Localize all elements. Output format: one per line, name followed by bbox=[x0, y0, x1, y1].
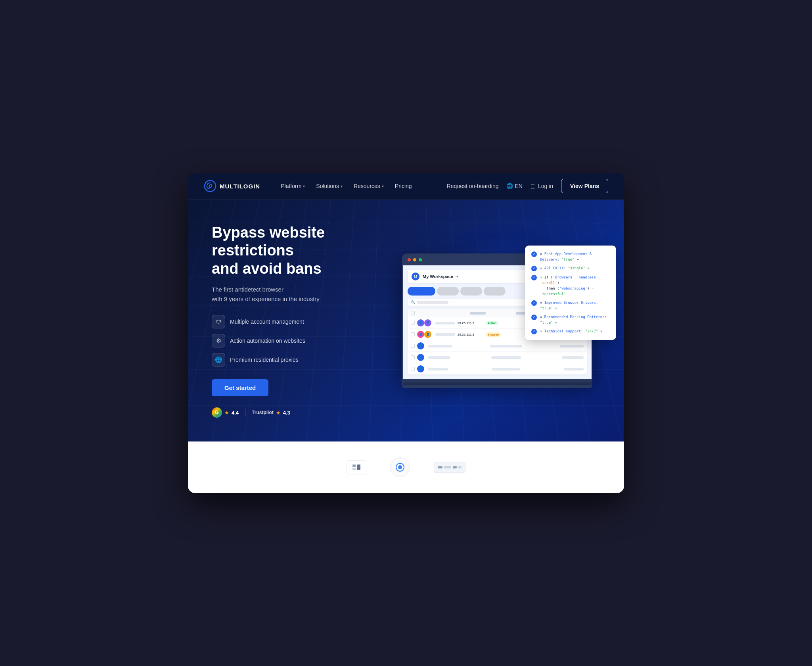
logo[interactable]: MULTILOGIN bbox=[204, 180, 260, 192]
row3-bar2 bbox=[560, 345, 584, 347]
gear-icon: ⚙ bbox=[212, 334, 225, 347]
g2-score: 4.4 bbox=[232, 410, 239, 416]
floating-card: ✓ » Fast App Development & Delivery: "tr… bbox=[525, 246, 616, 340]
hero-section: Bypass website restrictions and avoid ba… bbox=[188, 200, 624, 442]
row4-check[interactable] bbox=[411, 355, 415, 359]
tab-active[interactable] bbox=[408, 287, 435, 296]
nav-platform[interactable]: Platform ▾ bbox=[276, 180, 310, 192]
dot-green bbox=[419, 258, 422, 261]
row5-avatar: 👤 bbox=[417, 365, 424, 372]
row2-status-badge: Stopped bbox=[486, 332, 501, 337]
row1-check[interactable] bbox=[411, 321, 415, 325]
header-check[interactable] bbox=[411, 311, 415, 315]
hero-right: ✓ » Fast App Development & Delivery: "tr… bbox=[386, 253, 608, 388]
nav-links: Platform ▾ Solutions ▾ Resources ▾ Prici… bbox=[276, 180, 447, 192]
hero-subtext: The first antidetect browser with 9 year… bbox=[212, 285, 386, 304]
partner-3 bbox=[434, 462, 465, 473]
row2-name bbox=[435, 333, 455, 336]
row5-check[interactable] bbox=[411, 367, 415, 371]
partner-icon-2 bbox=[390, 457, 410, 477]
check-icon-2: ✓ bbox=[531, 266, 537, 271]
tab-4[interactable] bbox=[484, 287, 506, 296]
nav-pricing[interactable]: Pricing bbox=[390, 180, 417, 192]
laptop-base bbox=[402, 380, 592, 386]
nav-right: Request on-boarding 🌐 EN ⬚ Log in View P… bbox=[447, 179, 608, 193]
row3-name bbox=[428, 345, 452, 347]
row2-check[interactable] bbox=[411, 332, 415, 336]
svg-rect-1 bbox=[352, 464, 356, 467]
tab-3[interactable] bbox=[460, 287, 482, 296]
search-icon: 🔍 bbox=[411, 300, 415, 304]
svg-rect-8 bbox=[453, 466, 457, 468]
card-row-5: ✓ » Recommended Masking Patterns: "true"… bbox=[531, 314, 610, 325]
hero-left: Bypass website restrictions and avoid ba… bbox=[212, 224, 386, 418]
platform-chevron-icon: ▾ bbox=[303, 184, 305, 188]
feature-list: 🛡 Multiple account management ⚙ Action a… bbox=[212, 315, 386, 367]
svg-point-0 bbox=[205, 180, 216, 192]
row4-bar2 bbox=[562, 356, 584, 359]
logo-icon bbox=[204, 180, 216, 192]
row1-status-badge: Active bbox=[486, 321, 498, 325]
logo-text: MULTILOGIN bbox=[220, 183, 260, 190]
svg-rect-2 bbox=[352, 468, 356, 470]
view-plans-button[interactable]: View Plans bbox=[561, 179, 608, 193]
row3-bar bbox=[490, 345, 522, 347]
table-row: 👤 bbox=[408, 363, 587, 374]
check-icon-3: ✓ bbox=[531, 275, 537, 280]
feature-multiple-accounts: 🛡 Multiple account management bbox=[212, 315, 386, 328]
trustpilot-label: Trustpilot bbox=[252, 410, 274, 415]
partner-icon-1 bbox=[347, 460, 366, 474]
check-icon-5: ✓ bbox=[531, 315, 537, 320]
row3-check[interactable] bbox=[411, 344, 415, 348]
tab-2[interactable] bbox=[437, 287, 459, 296]
card-row-4: ✓ » Improved Browser Drivers: "true" » bbox=[531, 300, 610, 311]
trustpilot-rating: Trustpilot ★ 4.3 bbox=[252, 410, 290, 416]
row1-avatar2: 👤 bbox=[424, 319, 431, 326]
login-icon: ⬚ bbox=[530, 183, 536, 189]
card-row-6: ✓ » Technical support: "24/7" » bbox=[531, 328, 610, 334]
trustpilot-star-icon: ★ bbox=[276, 410, 281, 416]
feature-proxies: 🌐 Premium residential proxies bbox=[212, 353, 386, 367]
svg-rect-9 bbox=[458, 466, 462, 468]
nav-resources[interactable]: Resources ▾ bbox=[349, 180, 389, 192]
svg-rect-6 bbox=[438, 466, 442, 468]
laptop-mockup: ✓ » Fast App Development & Delivery: "tr… bbox=[402, 253, 592, 388]
white-section bbox=[188, 441, 624, 493]
card-row-2: ✓ » API Calls: "single" » bbox=[531, 265, 610, 271]
dot-red bbox=[408, 258, 411, 261]
ratings-divider bbox=[245, 409, 245, 416]
g2-star-icon: ★ bbox=[224, 410, 229, 416]
workspace-name: My Workspace bbox=[423, 274, 453, 279]
partner-icon-3 bbox=[434, 462, 465, 473]
row4-bar bbox=[491, 356, 521, 359]
dot-yellow bbox=[413, 258, 416, 261]
page-container: MULTILOGIN Platform ▾ Solutions ▾ Resour… bbox=[188, 173, 624, 493]
feature-action-automation: ⚙ Action automation on websites bbox=[212, 334, 386, 347]
workspace-avatar: M bbox=[412, 273, 419, 280]
row2-ip: 25.25.111.3 bbox=[458, 333, 483, 336]
nav-solutions[interactable]: Solutions ▾ bbox=[311, 180, 347, 192]
laptop-foot bbox=[402, 386, 592, 388]
get-started-button[interactable]: Get started bbox=[212, 379, 268, 396]
workspace-chevron-icon: ▾ bbox=[456, 274, 458, 278]
table-row: 👤 bbox=[408, 340, 587, 352]
row5-bar2 bbox=[564, 368, 584, 370]
table-row: 👤 bbox=[408, 352, 587, 363]
row5-bar bbox=[492, 368, 520, 370]
request-onboarding-link[interactable]: Request on-boarding bbox=[447, 183, 499, 189]
partner-1 bbox=[347, 460, 366, 474]
row3-avatar: 👤 bbox=[417, 342, 424, 349]
globe-icon: 🌐 bbox=[506, 183, 513, 189]
check-icon-4: ✓ bbox=[531, 300, 537, 306]
search-placeholder bbox=[417, 301, 448, 304]
partner-2 bbox=[390, 457, 410, 477]
svg-rect-7 bbox=[444, 466, 451, 468]
row1-name bbox=[435, 322, 455, 324]
shield-icon: 🛡 bbox=[212, 315, 225, 328]
row2-avatar2: 👤 bbox=[424, 331, 431, 338]
language-selector[interactable]: 🌐 EN bbox=[506, 183, 522, 189]
svg-point-5 bbox=[398, 465, 402, 469]
login-link[interactable]: ⬚ Log in bbox=[530, 183, 553, 189]
row4-avatar: 👤 bbox=[417, 354, 424, 361]
row2-avatar: 👤 bbox=[417, 331, 424, 338]
